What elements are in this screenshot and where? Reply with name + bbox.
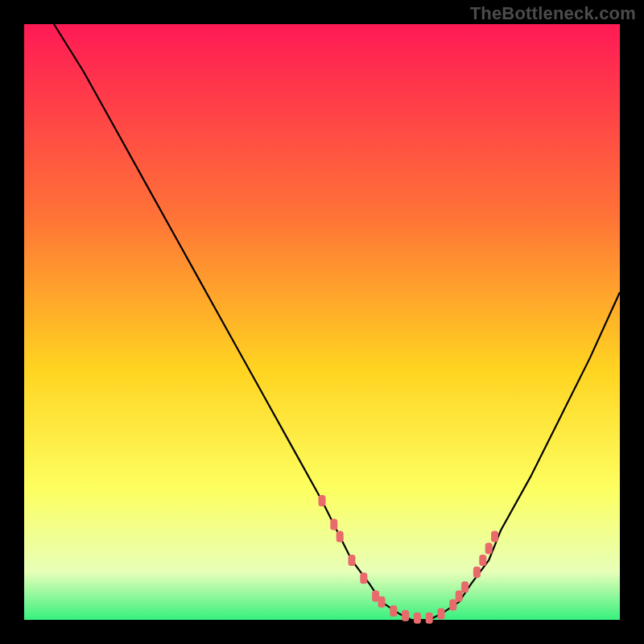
marker-point (390, 605, 397, 617)
marker-point (479, 555, 486, 566)
marker-point (456, 590, 463, 601)
marker-point (360, 572, 367, 584)
marker-point (461, 581, 469, 592)
marker-point (491, 530, 498, 542)
marker-point (402, 610, 409, 621)
marker-point (319, 495, 326, 506)
marker-point (349, 555, 356, 566)
marker-point (330, 519, 337, 530)
bottleneck-chart (0, 0, 644, 644)
marker-point (336, 530, 344, 542)
marker-point (426, 613, 433, 624)
marker-point (438, 609, 445, 620)
marker-point (414, 613, 421, 624)
marker-point (449, 600, 456, 611)
marker-point (485, 543, 493, 554)
chart-frame: TheBottleneck.com (0, 0, 644, 644)
gradient-background (24, 24, 620, 620)
watermark-text: TheBottleneck.com (470, 3, 636, 24)
marker-point (378, 597, 386, 608)
marker-point (473, 567, 481, 578)
